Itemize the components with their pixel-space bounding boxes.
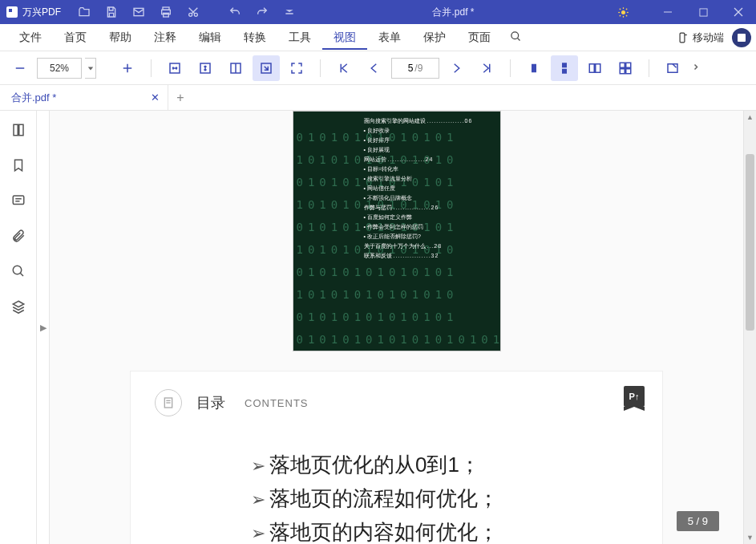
svg-rect-16 [699,8,706,15]
more-dropdown-icon[interactable] [277,0,301,24]
sidebar-expand-handle[interactable]: ▶ [37,111,50,544]
workspace: ▶ 01010101010101 10101010101010 01010101… [0,111,756,544]
maximize-button[interactable] [685,0,721,24]
menu-protect[interactable]: 保护 [412,26,457,50]
svg-line-14 [625,8,626,9]
page-canvas[interactable]: 01010101010101 10101010101010 0101010101… [50,111,743,544]
menu-annotate[interactable]: 注释 [143,26,188,50]
close-button[interactable] [721,0,756,24]
svg-line-12 [625,14,626,15]
layers-icon[interactable] [9,297,28,316]
page1-toc: 面向搜索引擎的网站建设 ................06 • 良好收录 • … [364,116,487,261]
fit-width-button[interactable] [161,55,188,81]
svg-point-19 [511,31,519,39]
quick-access-toolbar [72,0,301,24]
page-ribbon-icon: P↑ [624,386,645,407]
scroll-down-icon[interactable]: ▼ [744,531,756,544]
list-item: 落地页的流程如何优化； [251,482,638,516]
svg-point-6 [621,10,625,14]
fit-height-button[interactable] [192,55,219,81]
undo-icon[interactable] [223,0,247,24]
svg-rect-46 [13,196,24,205]
mobile-link[interactable]: 移动端 [677,30,724,45]
tab-label: 合并.pdf * [11,91,56,105]
mobile-icon [677,32,688,43]
menu-help[interactable]: 帮助 [98,26,143,50]
zoom-value[interactable]: 52% [37,58,82,79]
comments-icon[interactable] [9,191,28,210]
pdf-page-1: 01010101010101 10101010101010 0101010101… [293,111,501,351]
svg-rect-41 [626,68,631,73]
list-item: 落地页的内容如何优化； [251,516,638,544]
fullscreen-button[interactable] [283,55,310,81]
redo-icon[interactable] [250,0,274,24]
zoom-out-button[interactable] [6,55,34,81]
window-controls [605,0,756,24]
single-page-button[interactable] [520,55,548,81]
next-page-button[interactable] [443,55,470,81]
attachments-icon[interactable] [9,226,28,246]
svg-rect-36 [589,63,594,72]
prev-page-button[interactable] [361,55,388,81]
svg-rect-21 [680,33,685,43]
minimize-button[interactable] [650,0,685,24]
scroll-thumb[interactable] [746,154,754,331]
menu-bar: 文件 首页 帮助 注释 编辑 转换 工具 视图 表单 保护 页面 移动端 [0,24,756,51]
menu-view[interactable]: 视图 [322,26,367,50]
menu-search-icon[interactable] [502,26,530,50]
toolbar-overflow-icon[interactable] [689,63,702,73]
document-tabs: 合并.pdf * ✕ + [0,85,756,111]
actual-size-button[interactable] [253,55,280,81]
theme-toggle-icon[interactable] [605,0,641,24]
svg-line-50 [20,273,23,276]
view-toolbar: 52% 5/9 [0,51,756,85]
menu-home[interactable]: 首页 [53,26,98,50]
first-page-button[interactable] [330,55,358,81]
menu-edit[interactable]: 编辑 [188,26,232,50]
zoom-in-button[interactable] [114,55,141,81]
tab-close-icon[interactable]: ✕ [151,91,160,104]
app-logo: 万兴PDF [0,6,67,19]
menu-forms[interactable]: 表单 [367,26,412,50]
vertical-scrollbar[interactable]: ▲ ▼ [743,111,756,544]
pdf-page-2: P↑ 目录 CONTENTS 落地页优化的从0到1； 落地页的流程如何优化； 落… [130,371,663,544]
menu-convert[interactable]: 转换 [232,26,277,50]
new-tab-button[interactable]: + [168,86,192,110]
two-page-continuous-button[interactable] [612,55,639,81]
save-icon[interactable] [99,0,123,24]
mobile-label: 移动端 [693,30,724,45]
svg-rect-33 [532,63,536,72]
app-name: 万兴PDF [22,6,61,19]
tab-document[interactable]: 合并.pdf * ✕ [0,85,168,111]
svg-point-49 [13,266,22,274]
scroll-up-icon[interactable]: ▲ [744,111,756,124]
thumbnails-icon[interactable] [9,120,28,140]
fit-page-button[interactable] [222,55,249,81]
page-indicator-overlay: 5 / 9 [677,511,719,531]
svg-rect-37 [596,63,600,72]
svg-rect-44 [14,124,18,136]
menu-pages[interactable]: 页面 [457,26,502,50]
toc-heading: 目录 [196,393,225,412]
zoom-dropdown-icon[interactable] [85,58,96,79]
title-bar: 万兴PDF 合并.pdf * [0,0,756,24]
read-mode-button[interactable] [659,55,686,81]
open-icon[interactable] [72,0,96,24]
search-panel-icon[interactable] [9,262,28,281]
two-page-button[interactable] [581,55,608,81]
mail-icon[interactable] [127,0,151,24]
cut-icon[interactable] [181,0,205,24]
menu-tools[interactable]: 工具 [277,26,322,50]
brand-badge-icon[interactable] [732,28,751,47]
last-page-button[interactable] [473,55,500,81]
document-title: 合并.pdf * [301,6,605,19]
svg-rect-34 [562,63,567,67]
logo-icon [6,6,18,18]
continuous-page-button[interactable] [551,55,578,81]
bookmarks-icon[interactable] [9,156,28,175]
toc-heading-en: CONTENTS [245,397,309,409]
qa-divider [208,0,220,24]
menu-file[interactable]: 文件 [8,26,53,50]
page-input[interactable]: 5/9 [391,58,439,79]
print-icon[interactable] [154,0,178,24]
